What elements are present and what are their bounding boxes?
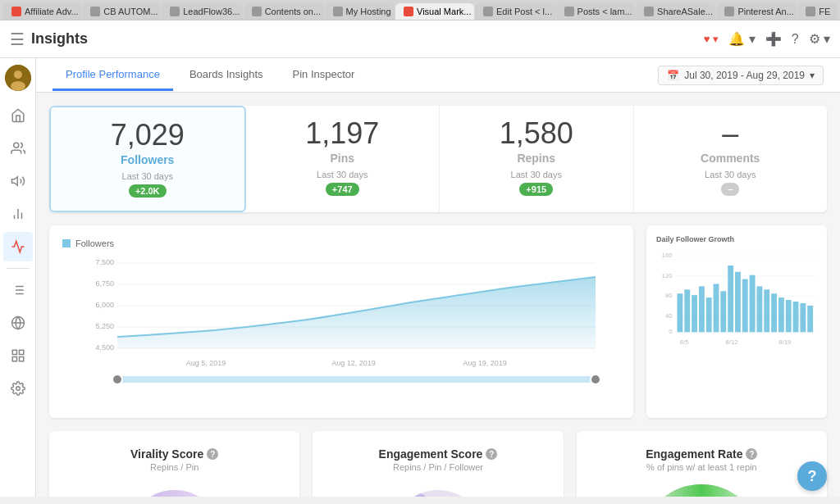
- tab-8[interactable]: ShareASale...: [636, 3, 715, 20]
- svg-rect-48: [677, 293, 682, 332]
- main-chart: Followers 7,500 6,750 6,000 5,250 4,500: [49, 225, 633, 418]
- svg-point-3: [13, 143, 18, 148]
- engagement-rate-help-icon[interactable]: ?: [746, 448, 757, 460]
- followers-label: Followers: [67, 153, 228, 166]
- svg-point-1: [14, 70, 22, 79]
- tab-label-8: ShareASale...: [657, 7, 713, 16]
- header-icons: ♥ ▾ 🔔 ▾ ➕ ? ⚙ ▾: [704, 31, 830, 47]
- hamburger-icon[interactable]: ☰: [10, 30, 25, 49]
- svg-rect-61: [771, 293, 777, 332]
- sidebar-item-bar-chart[interactable]: [3, 199, 33, 229]
- sidebar-item-users[interactable]: [3, 134, 33, 163]
- svg-rect-50: [692, 295, 697, 332]
- pins-sublabel: Last 30 days: [262, 170, 423, 179]
- repins-value: 1,580: [456, 119, 617, 148]
- svg-rect-60: [764, 289, 769, 332]
- sidebar-divider-1: [7, 268, 30, 269]
- svg-point-36: [112, 375, 122, 384]
- svg-text:80: 80: [665, 292, 673, 299]
- tab-label-0: Affiliate Adv...: [25, 7, 79, 16]
- sidebar-item-insights[interactable]: [3, 232, 33, 261]
- svg-rect-19: [12, 357, 16, 361]
- sidebar-item-grid[interactable]: [3, 341, 33, 370]
- tab-1[interactable]: CB AUTOM...: [82, 3, 161, 20]
- svg-rect-63: [786, 300, 792, 332]
- tab-2[interactable]: LeadFlow36...: [162, 3, 242, 20]
- svg-rect-57: [742, 279, 748, 333]
- tab-favicon-8: [644, 7, 654, 16]
- tab-7[interactable]: Posts < lam...: [556, 3, 635, 20]
- stat-card-pins: 1,197 Pins Last 30 days +747: [246, 106, 441, 212]
- calendar-icon: 📅: [667, 70, 679, 81]
- tab-5[interactable]: Visual Mark...: [395, 3, 474, 20]
- svg-rect-35: [117, 376, 596, 383]
- svg-text:8/19: 8/19: [778, 338, 791, 346]
- bell-icon[interactable]: 🔔 ▾: [728, 31, 755, 47]
- tab-label-2: LeadFlow36...: [183, 7, 240, 16]
- help-icon[interactable]: ?: [792, 32, 799, 47]
- engagement-rate-subtitle: % of pins w/ at least 1 repin: [593, 462, 810, 472]
- dashboard: 7,029 Followers Last 30 days +2.0K 1,197…: [36, 93, 840, 497]
- sidebar-item-home[interactable]: [3, 101, 33, 130]
- tab-pin-inspector[interactable]: Pin Inspector: [280, 60, 368, 91]
- help-button[interactable]: ?: [797, 461, 827, 491]
- tab-favicon-4: [333, 7, 343, 16]
- main-chart-title: Followers: [62, 238, 620, 248]
- svg-text:Aug 5, 2019: Aug 5, 2019: [186, 359, 226, 367]
- avatar: [5, 65, 31, 91]
- sidebar-item-settings[interactable]: [3, 374, 33, 403]
- svg-text:160: 160: [662, 252, 673, 259]
- main-chart-svg: 7,500 6,750 6,000 5,250 4,500: [62, 255, 620, 402]
- app-header: ☰ Insights ♥ ▾ 🔔 ▾ ➕ ? ⚙ ▾: [0, 20, 840, 58]
- tab-6[interactable]: Edit Post < l...: [475, 3, 555, 20]
- repins-badge: +915: [519, 183, 553, 196]
- stat-card-followers: 7,029 Followers Last 30 days +2.0K: [49, 106, 246, 212]
- tab-label-5: Visual Mark...: [417, 7, 471, 16]
- tab-favicon-0: [11, 7, 21, 16]
- sidebar: [0, 58, 36, 497]
- svg-text:7,500: 7,500: [95, 258, 114, 266]
- stat-card-comments: – Comments Last 30 days –: [634, 106, 828, 212]
- tab-favicon-7: [564, 7, 574, 16]
- comments-sublabel: Last 30 days: [651, 170, 811, 179]
- comments-badge: –: [721, 183, 739, 196]
- virality-subtitle: Repins / Pin: [66, 462, 283, 472]
- svg-text:8/5: 8/5: [680, 338, 690, 346]
- tab-label-6: Edit Post < l...: [496, 7, 552, 16]
- score-card-engagement-rate: Engagement Rate ? % of pins w/ at least …: [577, 431, 827, 497]
- repins-sublabel: Last 30 days: [456, 170, 617, 179]
- svg-rect-66: [807, 306, 813, 332]
- svg-point-20: [16, 387, 20, 391]
- comments-label: Comments: [651, 152, 811, 165]
- svg-rect-55: [728, 266, 733, 332]
- gear-icon[interactable]: ⚙ ▾: [809, 31, 830, 47]
- tab-bar: Affiliate Adv... CB AUTOM... LeadFlow36.…: [0, 0, 840, 20]
- tab-profile-performance[interactable]: Profile Performance: [52, 60, 173, 91]
- svg-rect-17: [19, 350, 23, 354]
- svg-text:6,000: 6,000: [95, 301, 114, 309]
- virality-help-icon[interactable]: ?: [207, 448, 218, 460]
- tab-4[interactable]: My Hosting: [325, 3, 395, 20]
- sidebar-item-broadcast[interactable]: [3, 166, 33, 196]
- pins-label: Pins: [262, 152, 423, 165]
- add-icon[interactable]: ➕: [765, 31, 782, 47]
- svg-text:5,250: 5,250: [95, 322, 114, 330]
- tab-favicon-10: [806, 7, 815, 16]
- tab-favicon-1: [90, 7, 100, 16]
- tab-3[interactable]: Contents on...: [244, 3, 324, 20]
- sidebar-item-globe[interactable]: [3, 308, 33, 338]
- tab-9[interactable]: Pinterest An...: [716, 3, 797, 20]
- sub-nav: Profile Performance Boards Insights Pin …: [36, 58, 840, 93]
- engagement-rate-title: Engagement Rate ?: [593, 447, 810, 461]
- sidebar-item-lists[interactable]: [3, 275, 33, 305]
- pins-value: 1,197: [262, 119, 423, 148]
- date-range-picker[interactable]: 📅 Jul 30, 2019 - Aug 29, 2019 ▾: [658, 66, 824, 85]
- heart-icon[interactable]: ♥ ▾: [704, 33, 719, 45]
- engagement-help-icon[interactable]: ?: [486, 448, 497, 460]
- tab-boards-insights[interactable]: Boards Insights: [176, 60, 276, 91]
- followers-badge: +2.0K: [129, 184, 167, 198]
- tab-10[interactable]: FE: [797, 3, 837, 20]
- tab-favicon-6: [483, 7, 493, 16]
- repins-label: Repins: [456, 152, 617, 165]
- tab-0[interactable]: Affiliate Adv...: [3, 3, 81, 20]
